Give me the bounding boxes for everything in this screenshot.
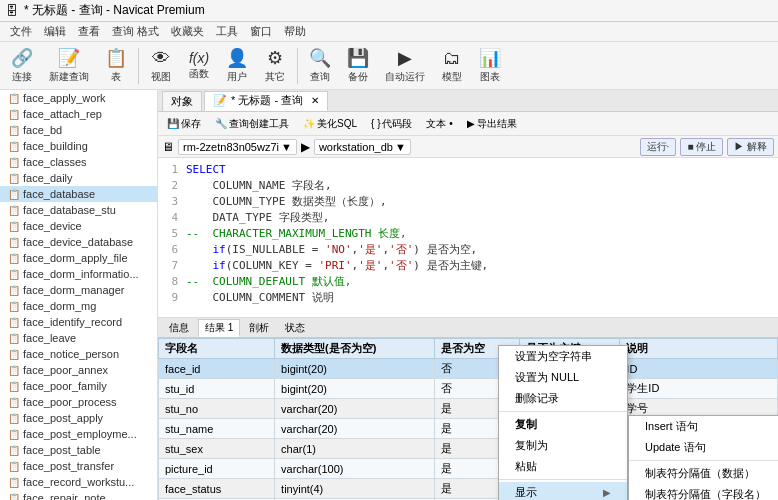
menu-favorites[interactable]: 收藏夹 — [165, 22, 210, 41]
toolbar-new-query[interactable]: 📝 新建查询 — [42, 45, 96, 87]
cell-type: varchar(20) — [275, 399, 435, 419]
toolbar-other[interactable]: ⚙ 其它 — [257, 45, 293, 87]
submenu-arrow-icon: ▶ — [603, 487, 611, 498]
ctx-copy-as[interactable]: 复制为 — [499, 435, 627, 456]
sidebar-item-face-identify-record[interactable]: 📋face_identify_record — [0, 314, 157, 330]
sub-ctx-tab-field[interactable]: 制表符分隔值（字段名） — [629, 484, 778, 500]
save-button[interactable]: 💾 保存 — [162, 115, 206, 133]
tab-query[interactable]: 📝 * 无标题 - 查询 ✕ — [204, 91, 328, 111]
toolbar-model[interactable]: 🗂 模型 — [434, 45, 470, 87]
toolbar-view[interactable]: 👁 视图 — [143, 45, 179, 87]
sidebar-item-face-dorm-apply-file[interactable]: 📋face_dorm_apply_file — [0, 250, 157, 266]
sidebar-item-face-daily[interactable]: 📋face_daily — [0, 170, 157, 186]
menu-window[interactable]: 窗口 — [244, 22, 278, 41]
sub-ctx-tab-data[interactable]: 制表符分隔值（数据） — [629, 463, 778, 484]
sidebar-item-face-attach-rep[interactable]: 📋face_attach_rep — [0, 106, 157, 122]
sidebar-item-face-notice-person[interactable]: 📋face_notice_person — [0, 346, 157, 362]
result-tab-result1[interactable]: 结果 1 — [198, 319, 240, 337]
connect-icon: 🔗 — [11, 47, 33, 69]
sidebar-item-face-post-table[interactable]: 📋face_post_table — [0, 442, 157, 458]
sidebar-item-face-post-apply[interactable]: 📋face_post_apply — [0, 410, 157, 426]
sidebar-item-face-poor-annex[interactable]: 📋face_poor_annex — [0, 362, 157, 378]
sidebar-item-face-record-workstudy[interactable]: 📋face_record_workstu... — [0, 474, 157, 490]
sidebar-item-face-dorm-manager[interactable]: 📋face_dorm_manager — [0, 282, 157, 298]
database-name: workstation_db — [319, 141, 393, 153]
sidebar-item-face-apply-work[interactable]: 📋face_apply_work — [0, 90, 157, 106]
result-tab-info[interactable]: 信息 — [162, 319, 196, 337]
chevron-down-icon: ▼ — [281, 141, 292, 153]
db-selector-bar: 🖥 rm-2zetn83n05wz7i ▼ ▶ workstation_db ▼… — [158, 136, 778, 158]
menu-view[interactable]: 查看 — [72, 22, 106, 41]
query-icon-small: 📝 — [213, 94, 227, 107]
beautify-sql-button[interactable]: ✨ 美化SQL — [298, 115, 362, 133]
sidebar-item-face-device[interactable]: 📋face_device — [0, 218, 157, 234]
server-name: rm-2zetn83n05wz7i — [183, 141, 279, 153]
menu-bar: 文件 编辑 查看 查询 格式 收藏夹 工具 窗口 帮助 — [0, 22, 778, 42]
sidebar-item-face-database-stu[interactable]: 📋face_database_stu — [0, 202, 157, 218]
stop-button[interactable]: ■ 停止 — [680, 138, 723, 156]
server-selector[interactable]: rm-2zetn83n05wz7i ▼ — [178, 139, 297, 155]
table-row[interactable]: face_id bigint(20) 否 是 ID — [159, 359, 778, 379]
sidebar-item-face-poor-process[interactable]: 📋face_poor_process — [0, 394, 157, 410]
result-tab-status[interactable]: 状态 — [278, 319, 312, 337]
cell-comment: ID — [620, 359, 778, 379]
result-tab-profiling[interactable]: 剖析 — [242, 319, 276, 337]
export-result-button[interactable]: ▶ 导出结果 — [462, 115, 522, 133]
ctx-delete-record[interactable]: 删除记录 — [499, 388, 627, 409]
title-text: * 无标题 - 查询 - Navicat Premium — [24, 2, 205, 19]
ctx-set-empty-string[interactable]: 设置为空字符串 — [499, 346, 627, 367]
tab-close-icon[interactable]: ✕ — [311, 95, 319, 106]
text-button[interactable]: 文本 • — [421, 115, 457, 133]
sidebar-item-face-post-transfer[interactable]: 📋face_post_transfer — [0, 458, 157, 474]
menu-help[interactable]: 帮助 — [278, 22, 312, 41]
sidebar-item-face-bd[interactable]: 📋face_bd — [0, 122, 157, 138]
sidebar-item-face-device-database[interactable]: 📋face_device_database — [0, 234, 157, 250]
sidebar-item-face-post-employment[interactable]: 📋face_post_employme... — [0, 426, 157, 442]
toolbar-function[interactable]: f(x) 函数 — [181, 45, 217, 87]
sidebar-item-face-classes[interactable]: 📋face_classes — [0, 154, 157, 170]
ctx-display[interactable]: 显示 ▶ — [499, 482, 627, 500]
stop-label: ■ 停止 — [687, 141, 716, 152]
menu-edit[interactable]: 编辑 — [38, 22, 72, 41]
sidebar-item-face-repair-note[interactable]: 📋face_repair_note — [0, 490, 157, 500]
tab-objects[interactable]: 对象 — [162, 91, 202, 111]
ctx-set-null[interactable]: 设置为 NULL — [499, 367, 627, 388]
sidebar-item-face-building[interactable]: 📋face_building — [0, 138, 157, 154]
explain-button[interactable]: ▶ 解释 — [727, 138, 774, 156]
sidebar-item-face-dorm-mg[interactable]: 📋face_dorm_mg — [0, 298, 157, 314]
toolbar-autorun[interactable]: ▶ 自动运行 — [378, 45, 432, 87]
menu-query-format[interactable]: 查询 格式 — [106, 22, 165, 41]
table-icon: 📋 — [8, 157, 20, 168]
sidebar-item-face-poor-family[interactable]: 📋face_poor_family — [0, 378, 157, 394]
run-button[interactable]: 运行· — [640, 138, 677, 156]
toolbar-query[interactable]: 🔍 查询 — [302, 45, 338, 87]
menu-file[interactable]: 文件 — [4, 22, 38, 41]
code-segment-button[interactable]: { } 代码段 — [366, 115, 417, 133]
sql-editor[interactable]: 1 SELECT 2 COLUMN_NAME 字段名, 3 COLUMN_TYP… — [158, 158, 778, 318]
database-selector[interactable]: workstation_db ▼ — [314, 139, 411, 155]
toolbar-user[interactable]: 👤 用户 — [219, 45, 255, 87]
run-label: 运行· — [647, 141, 670, 152]
toolbar-chart[interactable]: 📊 图表 — [472, 45, 508, 87]
ctx-copy[interactable]: 复制 — [499, 414, 627, 435]
sidebar-item-face-leave[interactable]: 📋face_leave — [0, 330, 157, 346]
sidebar-item-face-database[interactable]: 📋face_database — [0, 186, 157, 202]
toolbar-table[interactable]: 📋 表 — [98, 45, 134, 87]
table-icon: 📋 — [8, 93, 20, 104]
other-icon: ⚙ — [267, 47, 283, 69]
toolbar-connect[interactable]: 🔗 连接 — [4, 45, 40, 87]
arrow-right-icon: ▶ — [301, 140, 310, 154]
main-toolbar: 🔗 连接 📝 新建查询 📋 表 👁 视图 f(x) 函数 👤 用户 ⚙ 其它 🔍… — [0, 42, 778, 90]
sub-ctx-update[interactable]: Update 语句 — [629, 437, 778, 458]
table-row[interactable]: stu_id bigint(20) 否 否 学生ID — [159, 379, 778, 399]
menu-tools[interactable]: 工具 — [210, 22, 244, 41]
cell-type: bigint(20) — [275, 379, 435, 399]
code-icon: { } — [371, 118, 380, 129]
ctx-paste[interactable]: 粘贴 — [499, 456, 627, 477]
sidebar-item-face-dorm-information[interactable]: 📋face_dorm_informatio... — [0, 266, 157, 282]
sub-ctx-insert[interactable]: Insert 语句 — [629, 416, 778, 437]
toolbar-backup[interactable]: 💾 备份 — [340, 45, 376, 87]
query-builder-button[interactable]: 🔧 查询创建工具 — [210, 115, 294, 133]
ctx-display-label: 显示 — [515, 485, 537, 500]
editor-line-1: 1 SELECT — [162, 162, 774, 178]
